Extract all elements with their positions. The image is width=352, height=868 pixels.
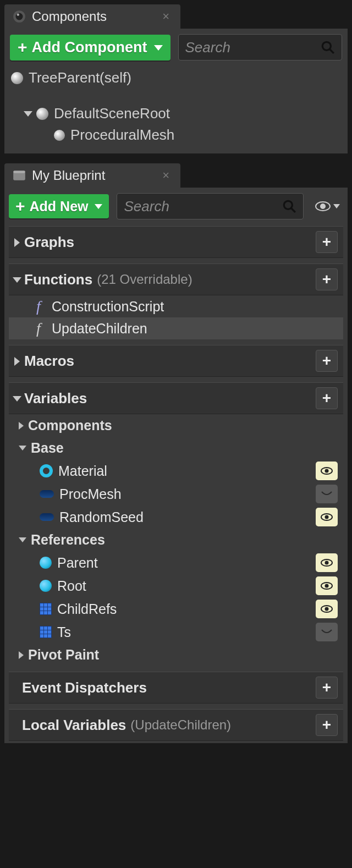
add-function-button[interactable]: +	[316, 268, 338, 290]
array-type-icon	[40, 603, 52, 615]
pivot-paint-group-label: Pivot Paint	[28, 647, 99, 663]
variable-name: ChildRefs	[57, 601, 117, 617]
variable-name: RandomSeed	[59, 509, 144, 525]
material-type-icon	[40, 464, 53, 477]
scene-root-label: DefaultSceneRoot	[54, 105, 170, 122]
actor-icon	[11, 72, 23, 84]
var-group-components[interactable]: Components	[9, 414, 343, 437]
blueprint-search-input[interactable]: Search	[117, 193, 304, 219]
variable-root[interactable]: Root	[9, 574, 343, 597]
search-icon	[282, 199, 296, 213]
references-group-label: References	[31, 532, 105, 548]
visibility-toggle[interactable]	[316, 600, 338, 618]
search-placeholder: Search	[124, 198, 169, 215]
object-ref-icon	[40, 580, 52, 592]
variables-section-header[interactable]: Variables +	[9, 382, 343, 414]
var-group-references[interactable]: References	[9, 529, 343, 551]
add-component-label: Add Component	[32, 39, 147, 56]
caret-down-icon	[154, 44, 163, 51]
variable-randomseed[interactable]: RandomSeed	[9, 506, 343, 529]
variable-name: Ts	[57, 624, 71, 640]
visibility-toggle[interactable]	[316, 553, 338, 572]
variable-name: ProcMesh	[59, 486, 122, 502]
svg-point-2	[17, 14, 19, 16]
function-icon: f	[31, 298, 46, 315]
add-new-button[interactable]: + Add New	[9, 194, 109, 218]
var-group-base[interactable]: Base	[9, 437, 343, 459]
object-type-icon	[40, 490, 54, 498]
visibility-toggle[interactable]	[316, 623, 338, 641]
var-group-pivot-paint[interactable]: Pivot Paint	[9, 644, 343, 666]
visibility-toggle[interactable]	[316, 508, 338, 526]
tree-root-label: TreeParent(self)	[29, 69, 131, 86]
ue-logo-icon	[12, 9, 26, 24]
object-ref-icon	[40, 557, 52, 569]
caret-down-icon	[95, 204, 102, 209]
add-variable-button[interactable]: +	[316, 387, 338, 409]
variable-name: Root	[57, 578, 86, 594]
tree-mesh-item[interactable]: ProceduralMesh	[10, 124, 342, 146]
base-group-label: Base	[31, 440, 64, 456]
svg-point-12	[320, 204, 326, 209]
variable-parent[interactable]: Parent	[9, 551, 343, 574]
add-local-variable-button[interactable]: +	[316, 714, 338, 736]
visibility-toggle[interactable]	[316, 462, 338, 480]
add-macro-button[interactable]: +	[316, 350, 338, 372]
search-icon	[321, 40, 335, 54]
eye-icon	[315, 201, 331, 212]
visibility-toggle[interactable]	[316, 485, 338, 503]
svg-marker-8	[95, 204, 102, 209]
chevron-down-icon	[19, 446, 26, 451]
add-event-dispatcher-button[interactable]: +	[316, 677, 338, 699]
add-component-button[interactable]: + Add Component	[10, 35, 170, 61]
components-panel: + Add Component Search TreeParent(self)	[4, 29, 348, 153]
variable-name: Material	[58, 463, 107, 479]
chevron-down-icon	[19, 537, 26, 542]
macros-section-header[interactable]: Macros +	[9, 345, 343, 377]
variable-ts[interactable]: Ts	[9, 620, 343, 644]
svg-point-17	[325, 515, 329, 519]
local-variables-section-header[interactable]: Local Variables (UpdateChildren) +	[9, 709, 343, 741]
chevron-down-icon[interactable]	[24, 111, 32, 117]
search-placeholder: Search	[185, 39, 230, 56]
event-dispatchers-section-header[interactable]: Event Dispatchers +	[9, 672, 343, 704]
functions-label: Functions	[24, 271, 92, 288]
chevron-down-icon	[14, 271, 20, 288]
caret-down-icon	[333, 204, 340, 208]
chevron-right-icon	[14, 234, 20, 251]
svg-marker-13	[333, 204, 340, 208]
chevron-down-icon	[14, 390, 20, 407]
view-options-button[interactable]	[311, 201, 343, 212]
scene-component-icon	[36, 108, 48, 120]
variable-procmesh[interactable]: ProcMesh	[9, 482, 343, 506]
svg-point-9	[284, 201, 292, 209]
close-icon[interactable]: ×	[162, 168, 169, 183]
macros-label: Macros	[24, 353, 74, 370]
components-tab-label: Components	[32, 9, 107, 24]
function-icon: f	[31, 320, 46, 337]
graphs-section-header[interactable]: Graphs +	[9, 226, 343, 258]
mesh-label: ProceduralMesh	[70, 127, 174, 144]
tree-root-item[interactable]: TreeParent(self)	[10, 67, 342, 89]
variable-material[interactable]: Material	[9, 459, 343, 482]
functions-section-header[interactable]: Functions (21 Overridable) +	[9, 263, 343, 295]
my-blueprint-tab[interactable]: My Blueprint ×	[4, 163, 180, 188]
components-tree: TreeParent(self) DefaultSceneRoot Proced…	[10, 67, 342, 146]
close-icon[interactable]: ×	[162, 9, 169, 24]
components-tab[interactable]: Components ×	[4, 4, 180, 29]
variable-name: Parent	[57, 555, 98, 571]
svg-line-5	[329, 49, 334, 53]
visibility-toggle[interactable]	[316, 576, 338, 595]
add-graph-button[interactable]: +	[316, 231, 338, 253]
function-item-construction[interactable]: f ConstructionScript	[9, 295, 343, 317]
plus-icon: +	[15, 198, 25, 215]
chevron-right-icon	[19, 651, 24, 659]
chevron-right-icon	[14, 353, 20, 370]
variable-childrefs[interactable]: ChildRefs	[9, 597, 343, 620]
blueprint-icon	[12, 169, 26, 182]
graphs-label: Graphs	[24, 234, 74, 251]
tree-scene-root-item[interactable]: DefaultSceneRoot	[10, 103, 342, 124]
svg-point-1	[16, 13, 23, 20]
components-search-input[interactable]: Search	[178, 34, 343, 61]
function-item-updatechildren[interactable]: f UpdateChildren	[9, 317, 343, 339]
